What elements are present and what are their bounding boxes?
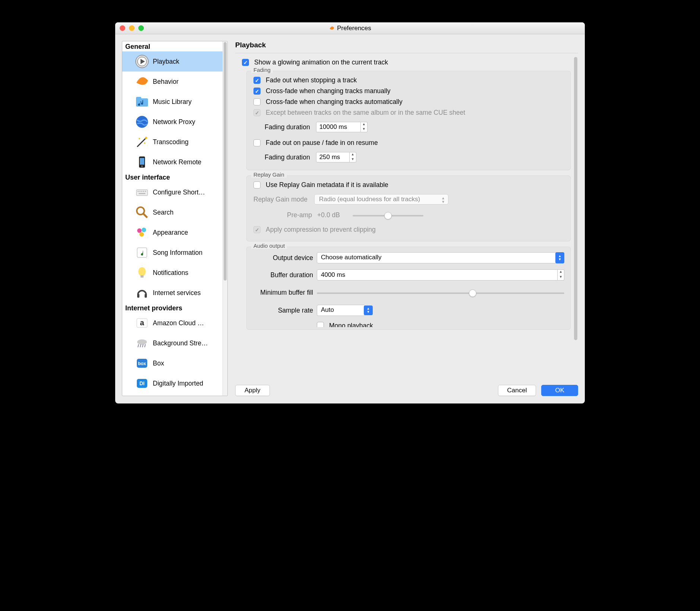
svg-rect-14 bbox=[139, 191, 141, 192]
svg-point-6 bbox=[145, 137, 147, 139]
stepper-icon[interactable]: ▲▼ bbox=[558, 269, 564, 281]
svg-point-23 bbox=[139, 232, 144, 237]
theme-icon bbox=[135, 225, 149, 240]
select-sample-rate[interactable]: Auto ▲▼ bbox=[317, 305, 373, 316]
svg-rect-17 bbox=[145, 191, 146, 192]
svg-text:box: box bbox=[138, 361, 146, 366]
sidebar-item-di[interactable]: DI Digitally Imported bbox=[122, 373, 227, 393]
input-buffer-duration[interactable] bbox=[317, 269, 558, 281]
label-fade-duration-1: Fading duration bbox=[265, 123, 310, 131]
sidebar-item-search[interactable]: Search bbox=[122, 202, 227, 222]
sidebar-item-appearance[interactable]: Appearance bbox=[122, 222, 227, 243]
sidebar-item-box[interactable]: box Box bbox=[122, 353, 227, 373]
checkbox-glow[interactable] bbox=[242, 59, 249, 66]
titlebar[interactable]: Preferences bbox=[115, 22, 585, 34]
label-compression: Apply compression to prevent clipping bbox=[266, 226, 376, 234]
sidebar-item-playback[interactable]: Playback bbox=[122, 51, 227, 72]
sidebar-item-label: Transcoding bbox=[153, 138, 189, 146]
sidebar-item-internet-services[interactable]: Internet services bbox=[122, 283, 227, 303]
svg-line-32 bbox=[138, 344, 139, 347]
preferences-window: Preferences General Playback Behavior Mu… bbox=[115, 22, 585, 403]
svg-line-5 bbox=[137, 138, 146, 147]
cloud-icon bbox=[135, 336, 149, 350]
svg-rect-16 bbox=[143, 191, 144, 192]
stepper-icon[interactable]: ▲▼ bbox=[361, 122, 368, 132]
close-icon[interactable] bbox=[120, 25, 125, 31]
sidebar-item-label: Network Remote bbox=[153, 158, 201, 166]
svg-point-8 bbox=[144, 142, 145, 144]
play-icon bbox=[135, 54, 149, 69]
sidebar-item-background-streams[interactable]: Background Stre… bbox=[122, 333, 227, 353]
svg-rect-3 bbox=[136, 97, 141, 100]
checkbox-fade-pause[interactable] bbox=[253, 139, 261, 146]
spin-fade-duration-1[interactable]: ▲▼ bbox=[316, 122, 368, 132]
zoom-icon[interactable] bbox=[138, 25, 144, 31]
sidebar-item-music-library[interactable]: Music Library bbox=[122, 92, 227, 112]
amazon-icon: a bbox=[135, 316, 149, 330]
svg-rect-13 bbox=[138, 191, 139, 192]
svg-rect-15 bbox=[141, 191, 142, 192]
label-min-buffer: Minimum buffer fill bbox=[253, 289, 317, 297]
svg-rect-18 bbox=[139, 193, 145, 194]
sidebar-item-label: Song Information bbox=[153, 249, 202, 257]
svg-rect-28 bbox=[145, 294, 147, 298]
chevron-updown-icon: ▲▼ bbox=[441, 196, 445, 204]
dialog-buttons: Apply Cancel OK bbox=[235, 385, 578, 396]
sidebar-item-song-info[interactable]: Song Information bbox=[122, 243, 227, 263]
stepper-icon[interactable]: ▲▼ bbox=[350, 152, 356, 162]
minimize-icon[interactable] bbox=[129, 25, 135, 31]
svg-line-35 bbox=[145, 344, 145, 347]
checkbox-replay-gain[interactable] bbox=[253, 181, 261, 189]
sidebar-item-behavior[interactable]: Behavior bbox=[122, 72, 227, 92]
keyboard-icon bbox=[135, 185, 149, 199]
audio-output-section: Audio output Output device Choose automa… bbox=[246, 247, 571, 330]
window-title: Preferences bbox=[337, 25, 371, 32]
wand-icon bbox=[135, 135, 149, 149]
checkbox-mono[interactable] bbox=[317, 322, 324, 327]
value-preamp: +0.0 dB bbox=[317, 211, 340, 219]
fading-section: Fading Fade out when stopping a track Cr… bbox=[246, 71, 571, 170]
apply-button[interactable]: Apply bbox=[235, 385, 270, 396]
checkbox-crossfade-manual[interactable] bbox=[253, 88, 261, 95]
svg-point-21 bbox=[137, 228, 142, 233]
sidebar-item-transcoding[interactable]: Transcoding bbox=[122, 132, 227, 152]
sidebar-item-network-proxy[interactable]: Network Proxy bbox=[122, 112, 227, 132]
checkbox-except-album bbox=[253, 109, 261, 116]
select-replay-mode: Radio (equal loudness for all tracks) ▲▼ bbox=[314, 194, 448, 205]
svg-rect-24 bbox=[137, 248, 147, 257]
ok-button[interactable]: OK bbox=[541, 385, 578, 396]
checkbox-fade-stop[interactable] bbox=[253, 77, 261, 84]
sidebar-scrollbar[interactable] bbox=[223, 41, 227, 396]
sidebar-item-notifications[interactable]: Notifications bbox=[122, 263, 227, 283]
input-fade-duration-2[interactable] bbox=[316, 152, 350, 162]
spin-fade-duration-2[interactable]: ▲▼ bbox=[316, 152, 356, 162]
sidebar-item-label: Behavior bbox=[153, 78, 179, 86]
sidebar-item-network-remote[interactable]: Network Remote bbox=[122, 152, 227, 172]
label-buffer-duration: Buffer duration bbox=[253, 271, 317, 279]
app-icon bbox=[329, 25, 335, 31]
label-fade-duration-2: Fading duration bbox=[265, 153, 310, 161]
select-output-device[interactable]: Choose automatically ▲▼ bbox=[317, 252, 564, 263]
slider-min-buffer[interactable] bbox=[317, 289, 564, 297]
chevron-updown-icon[interactable]: ▲▼ bbox=[555, 252, 564, 263]
svg-rect-10 bbox=[140, 158, 144, 165]
sidebar-category: User interface bbox=[122, 172, 227, 182]
box-icon: box bbox=[135, 356, 149, 370]
sidebar-item-label: Digitally Imported bbox=[153, 380, 203, 387]
sidebar-category: Internet providers bbox=[122, 303, 227, 313]
sidebar-item-label: Background Stre… bbox=[153, 339, 208, 347]
sidebar-item-shortcuts[interactable]: Configure Short… bbox=[122, 182, 227, 202]
sidebar-item-amazon[interactable]: a Amazon Cloud … bbox=[122, 313, 227, 333]
chevron-updown-icon[interactable]: ▲▼ bbox=[364, 306, 373, 315]
svg-point-7 bbox=[139, 138, 140, 139]
orange-icon bbox=[135, 75, 149, 89]
globe-icon bbox=[135, 115, 149, 129]
cancel-button[interactable]: Cancel bbox=[498, 385, 536, 396]
sidebar-item-label: Playback bbox=[153, 58, 179, 66]
input-fade-duration-1[interactable] bbox=[316, 122, 361, 132]
svg-point-4 bbox=[136, 116, 148, 128]
sidebar-item-label: Network Proxy bbox=[153, 118, 195, 126]
label-crossfade-auto: Cross-fade when changing tracks automati… bbox=[266, 98, 403, 106]
content-scrollbar[interactable] bbox=[573, 57, 578, 378]
checkbox-crossfade-auto[interactable] bbox=[253, 98, 261, 105]
